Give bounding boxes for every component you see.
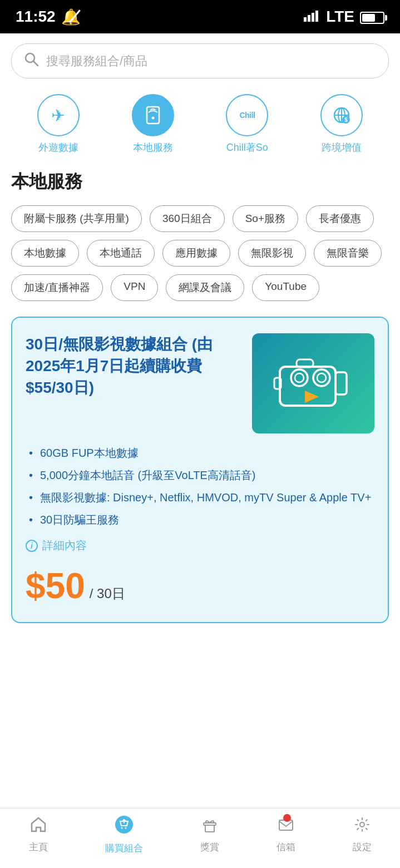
feature-2: 5,000分鐘本地話音 (升級至VoLTE高清話音) bbox=[26, 467, 374, 484]
nav-home[interactable]: 主頁 bbox=[29, 816, 48, 854]
price-amount: $50 bbox=[26, 565, 85, 606]
nav-inbox-label: 信箱 bbox=[276, 841, 295, 854]
local-icon bbox=[132, 94, 174, 136]
roaming-icon: ✈ bbox=[37, 94, 80, 136]
svg-point-18 bbox=[317, 373, 326, 382]
nav-rewards-label: 獎賞 bbox=[200, 841, 219, 854]
category-row: ✈ 外遊數據 本地服務 Chill Chill著So bbox=[11, 94, 389, 154]
svg-point-15 bbox=[291, 369, 308, 386]
svg-marker-19 bbox=[305, 391, 319, 403]
home-icon bbox=[30, 816, 47, 837]
cross-border-icon: $ bbox=[320, 94, 363, 136]
status-bar: 11:52 🔔̸ LTE bbox=[0, 0, 400, 33]
inbox-badge bbox=[283, 814, 291, 822]
price-period: / 30日 bbox=[90, 585, 125, 603]
svg-point-29 bbox=[360, 822, 364, 827]
card-text: 30日/無限影視數據組合 (由2025年1月7日起續購收費$55/30日) bbox=[26, 333, 241, 433]
nav-inbox[interactable]: 信箱 bbox=[276, 816, 295, 854]
svg-point-16 bbox=[295, 373, 304, 382]
rewards-icon bbox=[201, 816, 218, 837]
category-cross-border[interactable]: $ 跨境增值 bbox=[320, 94, 363, 154]
tag-soplus[interactable]: So+服務 bbox=[233, 205, 298, 232]
feature-1: 60GB FUP本地數據 bbox=[26, 445, 374, 461]
tag-youtube[interactable]: YouTube bbox=[252, 274, 319, 301]
buy-icon bbox=[115, 815, 134, 839]
tag-accelerate[interactable]: 加速/直播神器 bbox=[11, 274, 103, 301]
tag-appdata[interactable]: 應用數據 bbox=[162, 240, 230, 267]
tag-localdata[interactable]: 本地數據 bbox=[11, 240, 79, 267]
svg-point-23 bbox=[115, 816, 133, 834]
tag-vpn[interactable]: VPN bbox=[111, 274, 158, 301]
svg-text:$: $ bbox=[344, 117, 348, 123]
category-roaming[interactable]: ✈ 外遊數據 bbox=[37, 94, 80, 154]
nav-buy[interactable]: 購買組合 bbox=[105, 815, 143, 855]
svg-point-24 bbox=[121, 827, 122, 829]
bottom-nav: 主頁 購買組合 獎賞 bbox=[0, 808, 400, 868]
lte-label: LTE bbox=[326, 8, 354, 26]
local-label: 本地服務 bbox=[133, 141, 173, 154]
nav-settings-label: 設定 bbox=[353, 841, 372, 854]
section-title: 本地服務 bbox=[11, 170, 389, 194]
svg-point-7 bbox=[151, 117, 154, 120]
card-features: 60GB FUP本地數據 5,000分鐘本地話音 (升級至VoLTE高清話音) … bbox=[26, 445, 374, 528]
tag-addon[interactable]: 附屬卡服務 (共享用量) bbox=[11, 205, 142, 232]
svg-line-5 bbox=[33, 61, 38, 66]
card-image bbox=[252, 333, 374, 433]
cross-border-label: 跨境增值 bbox=[322, 141, 362, 154]
filter-tags: 附屬卡服務 (共享用量) 360日組合 So+服務 長者優惠 本地數據 本地通話… bbox=[11, 205, 389, 301]
mute-icon: 🔔̸ bbox=[61, 8, 81, 26]
card-price: $50 / 30日 bbox=[26, 565, 374, 606]
svg-rect-20 bbox=[335, 372, 347, 394]
card-top: 30日/無限影視數據組合 (由2025年1月7日起續購收費$55/30日) bbox=[26, 333, 374, 433]
nav-buy-label: 購買組合 bbox=[105, 842, 143, 855]
svg-rect-1 bbox=[308, 15, 310, 22]
detail-link[interactable]: i 詳細內容 bbox=[26, 538, 374, 553]
roaming-label: 外遊數據 bbox=[38, 141, 78, 154]
svg-point-17 bbox=[313, 369, 330, 386]
nav-settings[interactable]: 設定 bbox=[353, 816, 372, 854]
search-bar[interactable]: 搜尋服務組合/商品 bbox=[11, 43, 389, 78]
product-card: 30日/無限影視數據組合 (由2025年1月7日起續購收費$55/30日) bbox=[11, 317, 389, 623]
main-content: 搜尋服務組合/商品 ✈ 外遊數據 本地服務 Chill Chill著So bbox=[0, 33, 400, 712]
signal-bars bbox=[304, 8, 320, 26]
time-display: 11:52 bbox=[16, 8, 56, 26]
feature-3: 無限影視數據: Disney+, Netflix, HMVOD, myTV Su… bbox=[26, 489, 374, 506]
svg-rect-2 bbox=[312, 13, 314, 22]
svg-rect-0 bbox=[304, 17, 307, 22]
svg-rect-3 bbox=[315, 11, 318, 22]
tag-course[interactable]: 網課及會議 bbox=[166, 274, 244, 301]
category-local[interactable]: 本地服務 bbox=[132, 94, 174, 154]
chill-label: Chill著So bbox=[226, 141, 268, 154]
tag-localcall[interactable]: 本地通話 bbox=[87, 240, 155, 267]
search-icon bbox=[24, 52, 38, 70]
tag-senior[interactable]: 長者優惠 bbox=[306, 205, 374, 232]
nav-rewards[interactable]: 獎賞 bbox=[200, 816, 219, 854]
card-title: 30日/無限影視數據組合 (由2025年1月7日起續購收費$55/30日) bbox=[26, 333, 241, 399]
battery-icon bbox=[360, 8, 384, 26]
settings-icon bbox=[354, 816, 371, 837]
tag-music[interactable]: 無限音樂 bbox=[314, 240, 382, 267]
nav-home-label: 主頁 bbox=[29, 841, 48, 854]
feature-4: 30日防騙王服務 bbox=[26, 511, 374, 528]
tag-video[interactable]: 無限影視 bbox=[238, 240, 306, 267]
info-icon: i bbox=[26, 540, 38, 552]
chill-icon: Chill bbox=[226, 94, 268, 136]
category-chill[interactable]: Chill Chill著So bbox=[226, 94, 268, 154]
search-placeholder: 搜尋服務組合/商品 bbox=[46, 53, 147, 70]
svg-point-25 bbox=[125, 827, 126, 829]
detail-link-text: 詳細內容 bbox=[42, 538, 87, 553]
tag-360[interactable]: 360日組合 bbox=[150, 205, 225, 232]
svg-rect-27 bbox=[205, 825, 214, 832]
